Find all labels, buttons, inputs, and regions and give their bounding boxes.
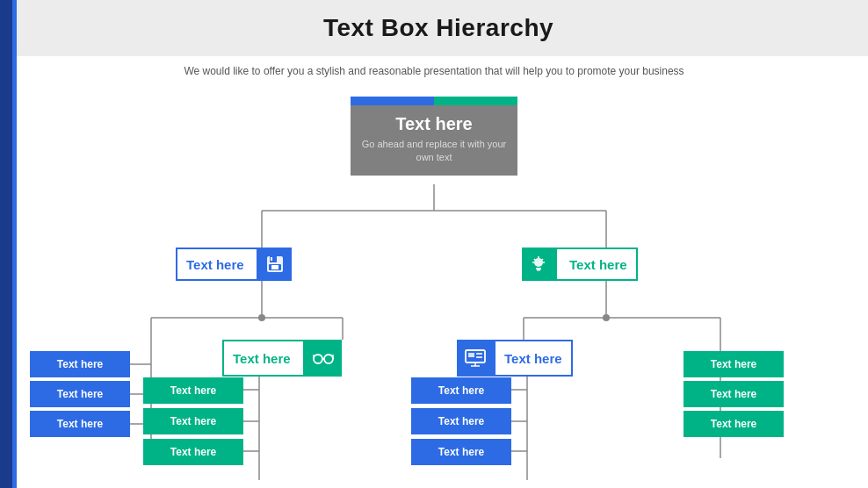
right-mid-node: Text here xyxy=(457,340,573,377)
svg-point-28 xyxy=(258,314,265,321)
root-subtitle: Go ahead and replace it with your own te… xyxy=(361,138,507,165)
right-leaf-2-label: Text here xyxy=(711,388,756,400)
right-mid-leaf-2: Text here xyxy=(411,408,511,434)
root-bar-green xyxy=(434,97,517,105)
svg-rect-51 xyxy=(468,353,474,357)
right-leaf-1: Text here xyxy=(684,351,784,377)
diagram-area: Text here Go ahead and replace it with y… xyxy=(0,81,868,488)
left-leaf-1-label: Text here xyxy=(57,358,103,370)
left-node-box: Text here xyxy=(176,248,258,281)
right-mid-leaf-1: Text here xyxy=(411,377,511,404)
page-wrapper: Text Box Hierarchy We would like to offe… xyxy=(0,0,868,488)
root-box: Text here Go ahead and replace it with y… xyxy=(351,97,517,176)
right-node-box: Text here xyxy=(555,248,638,281)
right-mid-label: Text here xyxy=(495,351,571,366)
right-mid-leaf-3: Text here xyxy=(411,439,511,465)
svg-rect-36 xyxy=(536,268,541,269)
svg-rect-37 xyxy=(537,269,540,271)
left-mid-leaf-2-label: Text here xyxy=(170,415,216,427)
left-mid-node-box: Text here xyxy=(222,340,305,377)
left-mid-leaf-2: Text here xyxy=(143,408,243,434)
right-mid-leaf-3-label: Text here xyxy=(438,446,484,458)
lightbulb-icon xyxy=(529,255,548,274)
left-leaf-3-label: Text here xyxy=(57,418,103,430)
left-mid-icon xyxy=(305,340,342,377)
right-mid-leaf-2-label: Text here xyxy=(438,415,484,427)
left-mid-node: Text here xyxy=(222,340,342,377)
svg-point-29 xyxy=(603,314,610,321)
right-mid-node-box: Text here xyxy=(494,340,573,377)
left-mid-label: Text here xyxy=(224,351,300,366)
svg-rect-32 xyxy=(271,257,272,261)
right-node-icon xyxy=(522,248,555,281)
left-node-icon xyxy=(258,248,292,281)
right-mid-leaf-1-label: Text here xyxy=(438,384,484,397)
left-node: Text here xyxy=(176,248,292,281)
svg-rect-34 xyxy=(271,265,278,269)
right-node: Text here xyxy=(522,248,638,281)
left-leaf-3: Text here xyxy=(30,411,130,437)
left-mid-leaf-1: Text here xyxy=(143,377,243,404)
root-bar-blue xyxy=(351,97,434,105)
floppy-icon xyxy=(265,255,285,274)
right-leaf-3-label: Text here xyxy=(711,418,756,430)
svg-rect-53 xyxy=(476,356,482,358)
monitor-icon xyxy=(464,348,487,368)
right-leaf-3: Text here xyxy=(684,411,784,437)
glasses-icon xyxy=(312,350,335,366)
svg-line-42 xyxy=(542,259,544,261)
left-leaf-2: Text here xyxy=(30,381,130,407)
root-box-body: Text here Go ahead and replace it with y… xyxy=(351,105,517,176)
right-leaf-1-label: Text here xyxy=(711,358,756,370)
root-title: Text here xyxy=(361,114,507,134)
left-node-label: Text here xyxy=(177,257,253,272)
page-title: Text Box Hierarchy xyxy=(35,14,842,42)
left-leaf-2-label: Text here xyxy=(57,388,103,400)
subtitle: We would like to offer you a stylish and… xyxy=(0,56,868,81)
left-mid-leaf-3-label: Text here xyxy=(170,446,216,458)
right-mid-icon xyxy=(457,340,494,377)
right-node-label: Text here xyxy=(561,257,636,272)
root-box-top-bar xyxy=(351,97,517,105)
left-mid-leaf-3: Text here xyxy=(143,439,243,465)
header: Text Box Hierarchy xyxy=(0,0,868,56)
right-leaf-2: Text here xyxy=(684,381,784,407)
left-mid-leaf-1-label: Text here xyxy=(170,384,216,397)
svg-rect-52 xyxy=(476,353,482,355)
left-leaf-1: Text here xyxy=(30,351,130,377)
svg-point-43 xyxy=(314,355,322,363)
svg-point-44 xyxy=(324,355,333,363)
svg-line-41 xyxy=(534,259,536,261)
